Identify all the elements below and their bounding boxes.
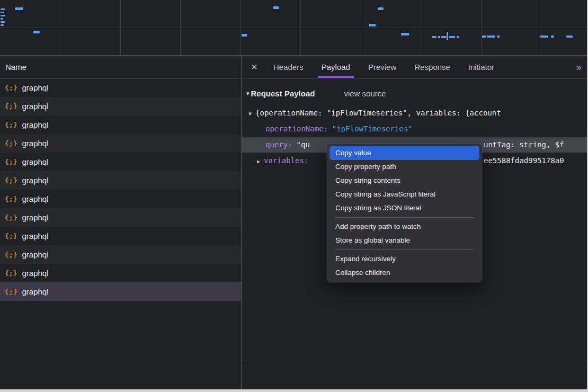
json-icon: {;} (5, 121, 17, 129)
overview-gridline (481, 0, 482, 55)
tab-preview[interactable]: Preview (359, 56, 405, 78)
column-header-name[interactable]: Name (0, 56, 241, 78)
request-row[interactable]: {;}graphql (0, 190, 241, 208)
request-payload-header: ▾ Request Payload view source (242, 86, 588, 100)
tab-payload[interactable]: Payload (313, 56, 359, 78)
timeline-bar (482, 35, 486, 38)
timeline-bar (33, 31, 40, 33)
request-name: graphql (22, 213, 48, 222)
timeline-bar (540, 35, 548, 38)
json-icon: {;} (5, 232, 17, 240)
property-value: "ipFlowTimeseries" (332, 124, 413, 133)
network-panel: Name {;}graphql{;}graphql{;}graphql{;}gr… (0, 56, 242, 389)
tab-initiator[interactable]: Initiator (459, 56, 503, 78)
json-icon: {;} (5, 84, 17, 92)
menu-item[interactable]: Add property path to watch (329, 220, 479, 234)
menu-item[interactable]: Copy string contents (329, 174, 479, 188)
overview-gridline (300, 0, 301, 55)
timeline-bar (441, 36, 446, 38)
timeline-bar (447, 32, 448, 40)
overview-gridline (180, 0, 181, 55)
menu-separator (335, 250, 474, 250)
request-row[interactable]: {;}graphql (0, 153, 241, 171)
overview-gridline (60, 0, 60, 55)
menu-item[interactable]: Copy property path (329, 160, 479, 174)
timeline-bar (401, 33, 409, 35)
tab-headers[interactable]: Headers (264, 56, 313, 78)
menu-item[interactable]: Copy value (329, 146, 479, 160)
collapsed-triangle-icon[interactable]: ▶ (257, 154, 260, 168)
request-row[interactable]: {;}graphql (0, 227, 241, 245)
timeline-bar (1, 24, 4, 26)
window-edge-bottom (0, 389, 588, 392)
request-name: graphql (22, 287, 48, 296)
timeline-bar (1, 21, 5, 23)
overview-gridline (240, 0, 241, 55)
operation-name-row[interactable]: operationName:"ipFlowTimeseries" (242, 121, 588, 137)
property-value-right: untTag: string, $f (484, 137, 564, 153)
request-name: graphql (22, 250, 48, 259)
property-key: query: (265, 140, 292, 149)
json-icon: {;} (5, 288, 17, 296)
request-row[interactable]: {;}graphql (0, 134, 241, 153)
property-key: variables: (264, 156, 308, 165)
tab-response[interactable]: Response (405, 56, 459, 78)
request-row[interactable]: {;}graphql (0, 115, 241, 134)
json-icon: {;} (5, 213, 17, 221)
request-name: graphql (22, 194, 48, 203)
detail-tabbar: × HeadersPayloadPreviewResponseInitiator… (242, 56, 588, 78)
expanded-triangle-icon[interactable]: ▼ (248, 106, 252, 121)
overview-gridline (120, 0, 121, 55)
menu-separator (335, 217, 474, 218)
request-name: graphql (22, 269, 48, 278)
request-row[interactable]: {;}graphql (0, 97, 241, 115)
timeline-bar (487, 35, 495, 38)
property-value-left: "qu (297, 140, 310, 149)
request-row[interactable]: {;}graphql (0, 171, 241, 190)
timeline-bar (273, 6, 279, 9)
context-menu: Copy valueCopy property pathCopy string … (327, 144, 482, 282)
menu-item[interactable]: Copy string as JavaScript literal (329, 188, 479, 201)
overview-gridline (361, 0, 361, 55)
timeline-bar (457, 36, 459, 38)
section-title: Request Payload (251, 89, 315, 98)
json-icon: {;} (5, 139, 17, 147)
request-row[interactable]: {;}graphql (0, 282, 241, 301)
view-source-link[interactable]: view source (344, 89, 386, 98)
request-row[interactable]: {;}graphql (0, 208, 241, 227)
request-list: {;}graphql{;}graphql{;}graphql{;}graphql… (0, 78, 241, 301)
json-icon: {;} (5, 195, 17, 203)
close-icon[interactable]: × (244, 56, 264, 78)
overview-strip[interactable] (0, 0, 588, 56)
property-value-right: ee5588fdad995178a0 (484, 153, 564, 168)
menu-item[interactable]: Collapse children (329, 266, 479, 280)
timeline-bar (497, 35, 500, 38)
json-icon: {;} (5, 158, 17, 166)
request-name: graphql (22, 176, 48, 185)
overview-gridline (541, 0, 541, 55)
json-icon: {;} (5, 102, 17, 110)
overview-lane-divider (0, 28, 588, 28)
timeline-bar (1, 8, 5, 10)
timeline-bar (15, 7, 23, 10)
more-tabs-icon[interactable]: » (576, 56, 582, 78)
timeline-bar (242, 34, 247, 37)
timeline-bar (369, 24, 376, 26)
timeline-bar (378, 7, 384, 10)
request-row[interactable]: {;}graphql (0, 78, 241, 97)
request-row[interactable]: {;}graphql (0, 264, 241, 282)
json-icon: {;} (5, 251, 17, 259)
section-collapse-icon[interactable]: ▾ (246, 90, 250, 97)
status-bar-divider (0, 361, 588, 361)
timeline-bar (1, 18, 3, 20)
menu-item[interactable]: Store as global variable (329, 234, 479, 247)
payload-summary-text: {operationName: "ipFlowTimeseries", vari… (255, 109, 501, 117)
timeline-bar (566, 35, 573, 38)
request-name: graphql (22, 83, 48, 92)
request-name: graphql (22, 120, 48, 129)
payload-root-row[interactable]: ▼{operationName: "ipFlowTimeseries", var… (242, 105, 588, 121)
menu-item[interactable]: Copy string as JSON literal (329, 201, 479, 215)
timeline-bar (551, 35, 554, 38)
request-row[interactable]: {;}graphql (0, 245, 241, 264)
menu-item[interactable]: Expand recursively (329, 252, 479, 266)
